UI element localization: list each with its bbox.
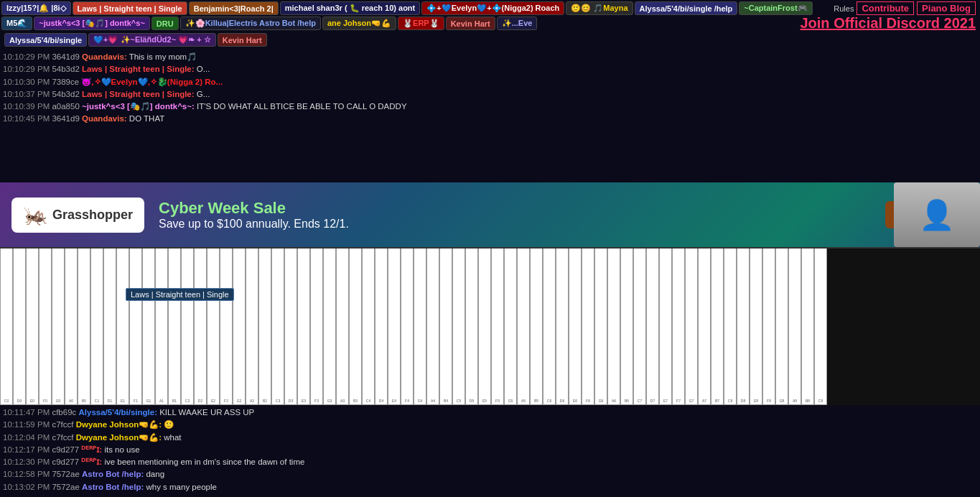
key-F1[interactable]: F1 [129, 249, 142, 405]
piano-blog-link[interactable]: Piano Blog [917, 1, 976, 15]
key-A6[interactable]: A6 [607, 249, 620, 405]
key-E7[interactable]: E7 [659, 249, 672, 405]
key-G3[interactable]: G3 [323, 249, 336, 405]
key-B6[interactable]: B6 [620, 249, 633, 405]
key-G7[interactable]: G7 [685, 249, 698, 405]
key-A0[interactable]: A0 [65, 249, 78, 405]
key-F2[interactable]: F2 [220, 249, 233, 405]
chat-msg: 🙂 [162, 420, 174, 429]
key-D2[interactable]: D2 [194, 249, 207, 405]
key-D0[interactable]: D0 [13, 249, 26, 405]
key-C2[interactable]: C2 [181, 249, 194, 405]
key-D5[interactable]: D5 [465, 249, 478, 405]
nav-tag[interactable]: 💠+💙Evelyn💙+💠(Nigga2) Roach [421, 1, 564, 15]
key-C3[interactable]: C3 [271, 249, 284, 405]
key-F0[interactable]: F0 [39, 249, 52, 405]
nav-tag[interactable]: michael shan3r ( 🐛 reach 10) aont [280, 1, 421, 15]
nav-tag[interactable]: Benjamin<3|Roach 2| [189, 1, 279, 15]
key-D8[interactable]: D8 [737, 249, 750, 405]
key-G6[interactable]: G6 [594, 249, 607, 405]
nav-tag[interactable]: Kevin Hart [446, 17, 495, 30]
key-B8[interactable]: B8 [801, 249, 814, 405]
chat-user: Quandavis: [82, 114, 127, 123]
chat-line: 10:12:30 PM c9d277 ᴰᴱᴿᴾɪ: ive been menti… [3, 456, 977, 468]
key-A4[interactable]: A4 [426, 249, 439, 405]
chat-user: Laws | Straight teen | Single: [82, 90, 195, 98]
key-B3[interactable]: B3 [349, 249, 362, 405]
key-F4[interactable]: F4 [401, 249, 414, 405]
chat-msg: its no use [102, 445, 139, 454]
piano-container: C0D0E0F0G0A0B0C1D1E1F1G1A1B1C2D2E2F2G2A2… [0, 247, 980, 405]
key-G5[interactable]: G5 [504, 249, 517, 405]
nav-tag[interactable]: DRU [151, 17, 179, 30]
chat-user: Laws | Straight teen | Single: [82, 65, 195, 73]
key-D4[interactable]: D4 [375, 249, 388, 405]
key-C5[interactable]: C5 [452, 249, 465, 405]
chat-user: Dwyane Johson🤜💪: [76, 420, 162, 429]
chat-time: 10:13:02 PM [3, 483, 50, 491]
key-C7[interactable]: C7 [633, 249, 646, 405]
user-tag[interactable]: 💙+💗 ✨~EläñdÜd2~ 💗❧ + ☆ [88, 33, 216, 47]
key-C6[interactable]: C6 [543, 249, 556, 405]
key-F3[interactable]: F3 [310, 249, 323, 405]
key-G0[interactable]: G0 [52, 249, 65, 405]
user-tag[interactable]: Alyssa/5'4/bi/single [4, 33, 87, 47]
key-F6[interactable]: F6 [582, 249, 594, 405]
chat-user: ~justk^s<3 [🎭🎵] dontk^s~: [82, 102, 195, 111]
contribute-link[interactable]: Contribute [857, 1, 914, 15]
key-E1[interactable]: E1 [116, 249, 129, 405]
chat-id: cfb69c [52, 408, 76, 417]
key-E5[interactable]: E5 [478, 249, 491, 405]
key-C1[interactable]: C1 [90, 249, 103, 405]
discord-link[interactable]: Join Official Discord 2021 [800, 15, 976, 32]
chat-line: 10:13:02 PM 7572ae Astro Bot /help: why … [3, 481, 977, 493]
key-G8[interactable]: G8 [775, 249, 788, 405]
key-A1[interactable]: A1 [155, 249, 168, 405]
key-G1[interactable]: G1 [142, 249, 155, 405]
nav-tag[interactable]: ✨🌸Killua|Electris Astro Bot /help [180, 17, 321, 30]
nav-tag[interactable]: Laws | Straight teen | Single [73, 1, 187, 15]
key-D7[interactable]: D7 [646, 249, 659, 405]
key-C4[interactable]: C4 [362, 249, 375, 405]
key-E3[interactable]: E3 [297, 249, 310, 405]
chat-time: 10:10:29 PM [3, 65, 50, 73]
key-B0[interactable]: B0 [78, 249, 90, 405]
key-E0[interactable]: E0 [26, 249, 39, 405]
key-F8[interactable]: F8 [762, 249, 775, 405]
key-D3[interactable]: D3 [284, 249, 297, 405]
key-C0[interactable]: C0 [0, 249, 13, 405]
nav-tag[interactable]: 🙂😊 🎵Mayna [566, 1, 633, 15]
key-B1[interactable]: B1 [168, 249, 181, 405]
key-A5[interactable]: A5 [517, 249, 530, 405]
key-E6[interactable]: E6 [569, 249, 582, 405]
key-B5[interactable]: B5 [530, 249, 543, 405]
key-A7[interactable]: A7 [698, 249, 711, 405]
key-B4[interactable]: B4 [439, 249, 452, 405]
key-C8[interactable]: C8 [724, 249, 737, 405]
key-D1[interactable]: D1 [103, 249, 116, 405]
nav-tag[interactable]: Izzy|15?|🔔 |8i◇ [1, 1, 71, 15]
chat-line: 10:10:29 PM 54b3d2 Laws | Straight teen … [3, 63, 977, 75]
nav-tag[interactable]: ✨...Eve [497, 17, 538, 30]
key-D6[interactable]: D6 [556, 249, 569, 405]
key-A8[interactable]: A8 [788, 249, 801, 405]
nav-tag[interactable]: 🐰ERP🐰 [398, 17, 444, 30]
user-tag[interactable]: Kevin Hart [218, 33, 267, 47]
nav-tag[interactable]: Alyssa/5'4/bi/single /help [635, 1, 738, 15]
key-A2[interactable]: A2 [246, 249, 258, 405]
chat-line: 10:11:47 PM cfb69c Alyssa/5'4/bi/single:… [3, 407, 977, 419]
key-F7[interactable]: F7 [672, 249, 685, 405]
key-E2[interactable]: E2 [207, 249, 220, 405]
key-B7[interactable]: B7 [711, 249, 724, 405]
key-E4[interactable]: E4 [388, 249, 401, 405]
key-A3[interactable]: A3 [336, 249, 349, 405]
nav-tag[interactable]: ane Johson🤜💪 [322, 17, 396, 30]
nav-tag[interactable]: ~justk^s<3 [🎭🎵] dontk^s~ [34, 17, 150, 30]
key-B2[interactable]: B2 [258, 249, 271, 405]
key-F5[interactable]: F5 [491, 249, 504, 405]
key-G4[interactable]: G4 [414, 249, 426, 405]
key-G2[interactable]: G2 [233, 249, 246, 405]
key-C8[interactable]: C8 [814, 249, 827, 405]
nav-tag[interactable]: M5🌊 [1, 17, 32, 30]
key-E8[interactable]: E8 [750, 249, 762, 405]
